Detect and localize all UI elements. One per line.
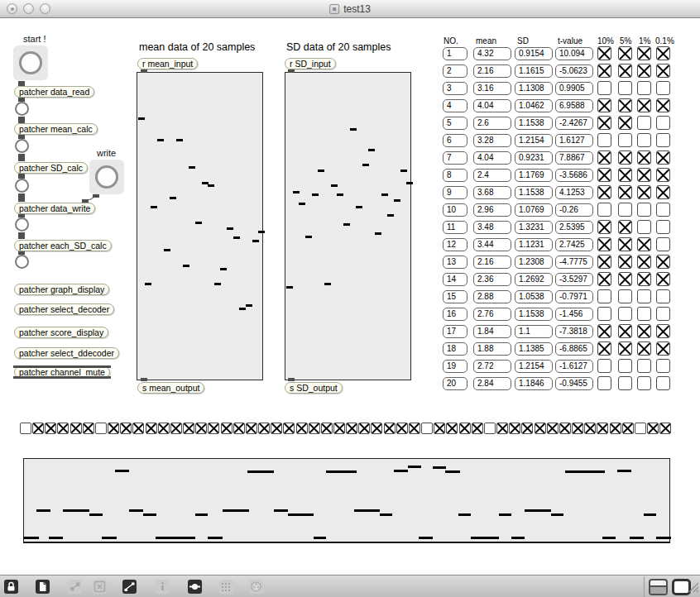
no-box[interactable]: 19: [443, 360, 467, 373]
sig-checkbox-10[interactable]: [597, 307, 611, 321]
sig-checkbox-5[interactable]: [618, 359, 632, 373]
mean-box[interactable]: 2.76: [473, 308, 511, 321]
sig-checkbox-10[interactable]: [597, 81, 611, 95]
sig-checkbox-5[interactable]: [618, 98, 632, 112]
t-value-box[interactable]: 0.9905: [555, 82, 593, 95]
sig-checkbox-0p1[interactable]: [656, 150, 670, 165]
t-value-box[interactable]: -3.5297: [555, 273, 593, 286]
t-value-box[interactable]: -0.9455: [555, 377, 593, 390]
sd-box[interactable]: 1.1308: [515, 82, 553, 95]
mute-checkbox[interactable]: [496, 423, 508, 434]
mean-box[interactable]: 2.88: [473, 290, 511, 303]
sig-checkbox-5[interactable]: [618, 64, 632, 78]
sig-checkbox-10[interactable]: [597, 220, 611, 234]
sig-checkbox-10[interactable]: [597, 289, 611, 303]
object-patcher-select-ddecoder[interactable]: patcher select_ddecoder: [14, 347, 119, 359]
mute-checkbox[interactable]: [597, 423, 608, 434]
sig-checkbox-10[interactable]: [597, 359, 611, 373]
sig-checkbox-5[interactable]: [618, 307, 632, 321]
t-value-box[interactable]: -1.456: [555, 308, 593, 321]
sig-checkbox-1[interactable]: [637, 237, 651, 251]
mean-box[interactable]: 2.16: [473, 256, 511, 269]
t-value-box[interactable]: 6.9588: [555, 99, 593, 112]
sig-checkbox-0p1[interactable]: [656, 64, 670, 78]
mute-checkbox[interactable]: [83, 423, 94, 434]
mute-checkbox[interactable]: [70, 423, 82, 434]
bang-button[interactable]: [15, 255, 29, 269]
sd-box[interactable]: 1.2154: [515, 360, 553, 373]
object-r-sd-input[interactable]: r SD_input: [285, 58, 336, 69]
timer-icon[interactable]: [249, 580, 263, 594]
object-patcher-data-read[interactable]: patcher data_read: [14, 86, 94, 98]
sig-checkbox-0p1[interactable]: [656, 168, 670, 182]
mean-box[interactable]: 1.88: [473, 342, 511, 356]
sig-checkbox-10[interactable]: [597, 324, 611, 338]
sig-checkbox-10[interactable]: [597, 46, 611, 60]
close-button[interactable]: [7, 3, 17, 14]
resize-grip-icon[interactable]: [688, 582, 699, 593]
sig-checkbox-10[interactable]: [597, 203, 611, 217]
mute-checkbox[interactable]: [233, 423, 245, 434]
mute-checkbox[interactable]: [32, 423, 44, 434]
object-s-mean-output[interactable]: s mean_output: [137, 382, 204, 394]
sig-checkbox-0p1[interactable]: [656, 133, 670, 147]
mute-checkbox[interactable]: [146, 423, 157, 434]
bang-button[interactable]: [15, 102, 29, 116]
t-value-box[interactable]: 7.8867: [555, 151, 593, 165]
mute-checkbox[interactable]: [258, 423, 270, 434]
sig-checkbox-0p1[interactable]: [656, 220, 670, 234]
t-value-box[interactable]: 2.5395: [555, 221, 593, 234]
mean-box[interactable]: 2.36: [473, 273, 511, 286]
mute-checkbox[interactable]: [622, 423, 634, 434]
t-value-box[interactable]: -2.4267: [555, 117, 593, 130]
t-value-box[interactable]: -6.8865: [555, 342, 593, 356]
object-r-mean-input[interactable]: r mean_input: [137, 58, 198, 69]
mute-checkbox[interactable]: [333, 423, 345, 434]
sig-checkbox-1[interactable]: [637, 46, 651, 60]
no-box[interactable]: 6: [443, 134, 467, 147]
object-patcher-score-display[interactable]: patcher score_display: [14, 327, 108, 338]
sig-checkbox-5[interactable]: [618, 272, 632, 286]
sig-checkbox-5[interactable]: [618, 341, 632, 356]
mean-box[interactable]: 2.16: [473, 64, 511, 78]
mute-checkbox[interactable]: [484, 423, 496, 434]
sig-checkbox-0p1[interactable]: [656, 46, 670, 60]
sig-checkbox-5[interactable]: [618, 203, 632, 217]
write-bang-button[interactable]: [89, 160, 124, 194]
mean-box[interactable]: 3.16: [473, 82, 511, 95]
mean-box[interactable]: 2.4: [473, 169, 511, 182]
mute-checkbox[interactable]: [57, 423, 69, 434]
sig-checkbox-5[interactable]: [618, 220, 632, 234]
mean-box[interactable]: 2.72: [473, 360, 511, 373]
mute-checkbox[interactable]: [371, 423, 382, 434]
mute-checkbox[interactable]: [358, 423, 370, 434]
mute-checkbox[interactable]: [108, 423, 119, 434]
sig-checkbox-10[interactable]: [597, 64, 611, 78]
object-patcher-graph-display[interactable]: patcher graph_display: [14, 284, 109, 295]
sd-box[interactable]: 1.1385: [515, 342, 553, 356]
sd-box[interactable]: 1.1769: [515, 169, 553, 182]
sig-checkbox-1[interactable]: [637, 376, 651, 390]
mute-checkbox[interactable]: [559, 423, 571, 434]
mute-checkbox[interactable]: [384, 423, 396, 434]
sig-checkbox-10[interactable]: [597, 255, 611, 269]
no-box[interactable]: 14: [443, 273, 467, 286]
object-s-sd-output[interactable]: s SD_output: [285, 382, 343, 394]
mute-checkbox[interactable]: [446, 423, 458, 434]
sig-checkbox-0p1[interactable]: [656, 324, 670, 338]
close-box-icon[interactable]: [93, 580, 107, 594]
t-value-box[interactable]: -0.26: [555, 203, 593, 217]
mute-checkbox[interactable]: [547, 423, 559, 434]
mean-box[interactable]: 4.04: [473, 99, 511, 112]
no-box[interactable]: 16: [443, 308, 467, 321]
new-object-icon[interactable]: [36, 580, 50, 594]
sd-box[interactable]: 1.2308: [515, 256, 553, 269]
sd-box[interactable]: 0.9154: [515, 47, 553, 60]
sig-checkbox-5[interactable]: [618, 168, 632, 182]
sig-checkbox-10[interactable]: [597, 150, 611, 165]
no-box[interactable]: 15: [443, 290, 467, 303]
mute-checkbox[interactable]: [283, 423, 295, 434]
mean-box[interactable]: 2.6: [473, 117, 511, 130]
mute-checkbox[interactable]: [221, 423, 233, 434]
no-box[interactable]: 10: [443, 203, 467, 217]
